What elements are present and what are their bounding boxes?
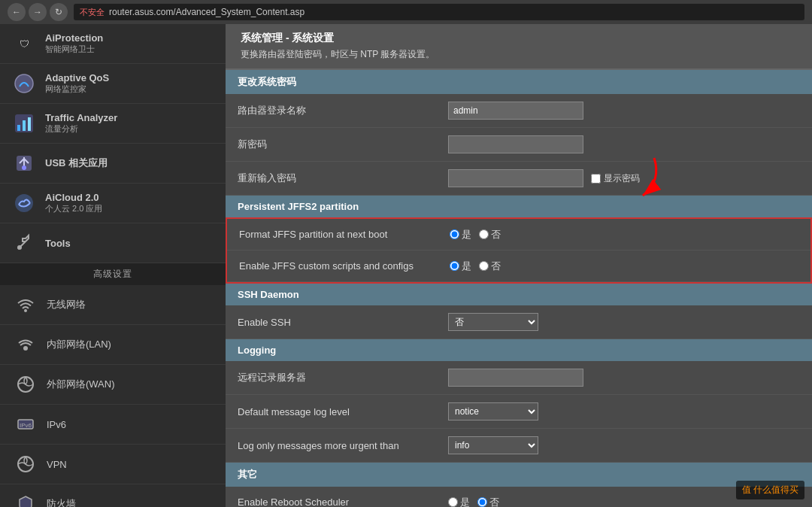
svg-point-7	[15, 194, 33, 212]
reboot-scheduler-label: Enable Reboot Scheduler	[238, 496, 448, 507]
remote-log-server-row: 远程记录服务器	[226, 361, 812, 395]
enable-ssh-select[interactable]: 否 是	[448, 313, 538, 331]
retype-password-label: 重新输入密码	[238, 172, 448, 185]
retype-password-control: 显示密码	[448, 169, 640, 187]
wireless-icon	[15, 294, 36, 315]
vpn-label: VPN	[47, 459, 67, 470]
enable-jffs-yes-radio[interactable]	[450, 261, 459, 271]
router-login-name-control	[448, 102, 583, 120]
format-jffs-yes-label[interactable]: 是	[450, 228, 471, 241]
reload-button[interactable]: ↻	[50, 3, 68, 21]
wan-icon	[15, 374, 36, 395]
enable-jffs-scripts-control: 是 否	[450, 260, 501, 273]
enable-jffs-scripts-label: Enable JFFS custom scripts and configs	[239, 260, 450, 272]
svg-point-10	[23, 346, 28, 351]
forward-button[interactable]: →	[29, 3, 47, 21]
enable-jffs-yes-text: 是	[462, 260, 471, 273]
router-login-name-input[interactable]	[448, 102, 583, 120]
ai-protection-sub: 智能网络卫士	[45, 44, 103, 55]
router-login-name-label: 路由器登录名称	[238, 104, 448, 117]
reboot-no-text: 否	[489, 496, 499, 508]
enable-ssh-control: 否 是	[448, 313, 538, 331]
new-password-control	[448, 135, 583, 153]
reboot-no-radio[interactable]	[477, 497, 487, 507]
usb-apps-label: USB 相关应用	[45, 156, 108, 170]
remote-log-server-input[interactable]	[448, 369, 583, 387]
enable-jffs-no-text: 否	[491, 260, 501, 273]
jffs-highlighted-content: Format JFFS partition at next boot 是 否	[226, 217, 812, 284]
sidebar-item-wireless[interactable]: 无线网络	[0, 285, 226, 325]
urgent-log-level-select[interactable]: info debug notice warning error	[448, 436, 538, 454]
nav-buttons: ← → ↻	[8, 3, 68, 21]
jffs-header: Persistent JFFS2 partition	[226, 196, 812, 217]
format-jffs-label: Format JFFS partition at next boot	[239, 229, 450, 240]
enable-jffs-no-label[interactable]: 否	[479, 260, 501, 273]
firewall-icon	[15, 493, 36, 507]
adaptive-qos-icon	[12, 71, 36, 96]
enable-jffs-no-radio[interactable]	[479, 261, 489, 271]
svg-rect-2	[17, 125, 20, 131]
reboot-scheduler-control: 是 否	[448, 496, 499, 508]
ipv6-icon: IPv6	[15, 414, 36, 435]
page-desc: 更换路由器登陆密码，时区与 NTP 服务器设置。	[241, 48, 797, 61]
sidebar-item-aicloud[interactable]: AiCloud 2.0 个人云 2.0 应用	[0, 184, 226, 223]
urgent-log-level-row: Log only messages more urgent than info …	[226, 429, 812, 463]
format-jffs-no-label[interactable]: 否	[479, 228, 501, 241]
retype-password-input[interactable]	[448, 169, 583, 187]
router-login-name-row: 路由器登录名称	[226, 94, 812, 128]
sidebar-item-traffic-analyzer[interactable]: Traffic Analyzer 流量分析	[0, 104, 226, 144]
sidebar-item-vpn[interactable]: VPN	[0, 445, 226, 484]
advanced-section-header: 高级设置	[0, 263, 226, 285]
back-button[interactable]: ←	[8, 3, 26, 21]
default-log-level-row: Default message log level notice debug i…	[226, 395, 812, 429]
show-password-checkbox[interactable]	[591, 174, 601, 184]
page-title: 系统管理 - 系统设置	[241, 32, 797, 45]
new-password-input[interactable]	[448, 135, 583, 153]
sidebar-item-lan[interactable]: 内部网络(LAN)	[0, 325, 226, 365]
reboot-scheduler-row: Enable Reboot Scheduler 是 否	[226, 487, 812, 507]
format-jffs-no-radio[interactable]	[479, 229, 489, 239]
reboot-yes-radio[interactable]	[448, 497, 458, 507]
insecure-badge: 不安全	[80, 7, 105, 18]
firewall-label: 防火墙	[47, 497, 76, 507]
format-jffs-yes-radio[interactable]	[450, 229, 459, 239]
address-bar[interactable]: 不安全 router.asus.com/Advanced_System_Cont…	[74, 4, 804, 20]
change-password-section: 更改系统密码 路由器登录名称 新密码 重新输入密码	[226, 70, 812, 196]
new-password-row: 新密码	[226, 128, 812, 162]
wireless-label: 无线网络	[47, 298, 86, 311]
svg-rect-4	[28, 117, 31, 131]
enable-ssh-label: Enable SSH	[238, 317, 448, 328]
sidebar-item-ipv6[interactable]: IPv6 IPv6	[0, 405, 226, 445]
reboot-no-label[interactable]: 否	[477, 496, 499, 508]
url-text: router.asus.com/Advanced_System_Content.…	[109, 7, 304, 17]
sidebar-item-usb-apps[interactable]: USB 相关应用	[0, 144, 226, 184]
sidebar-item-adaptive-qos[interactable]: Adaptive QoS 网络监控家	[0, 64, 226, 104]
sidebar-item-ai-protection[interactable]: 🛡 AiProtection 智能网络卫士	[0, 24, 226, 64]
adaptive-qos-label: Adaptive QoS	[45, 72, 109, 83]
ipv6-label: IPv6	[47, 419, 66, 430]
logging-header: Logging	[226, 339, 812, 361]
sidebar-item-firewall[interactable]: 防火墙	[0, 484, 226, 507]
sidebar-item-tools[interactable]: Tools	[0, 223, 226, 263]
aicloud-label: AiCloud 2.0	[45, 192, 102, 203]
sidebar-item-wan[interactable]: 外部网络(WAN)	[0, 365, 226, 405]
content-area: 系统管理 - 系统设置 更换路由器登陆密码，时区与 NTP 服务器设置。 更改系…	[226, 24, 812, 507]
format-jffs-row: Format JFFS partition at next boot 是 否	[227, 219, 810, 250]
default-log-level-label: Default message log level	[238, 406, 448, 417]
misc-section: 其它 Enable Reboot Scheduler 是 否	[226, 463, 812, 507]
default-log-level-select[interactable]: notice debug info warning error	[448, 402, 538, 420]
enable-jffs-yes-label[interactable]: 是	[450, 260, 471, 273]
jffs-section: Persistent JFFS2 partition Format JFFS p…	[226, 196, 812, 284]
default-log-level-control: notice debug info warning error	[448, 402, 538, 420]
urgent-log-level-label: Log only messages more urgent than	[238, 440, 448, 451]
traffic-analyzer-label: Traffic Analyzer	[45, 112, 117, 123]
traffic-analyzer-sub: 流量分析	[45, 123, 117, 135]
show-password-label[interactable]: 显示密码	[591, 172, 640, 185]
usb-apps-icon	[12, 151, 36, 175]
svg-rect-3	[23, 120, 26, 131]
enable-jffs-scripts-row: Enable JFFS custom scripts and configs 是…	[227, 250, 810, 282]
format-jffs-no-text: 否	[491, 228, 501, 241]
traffic-analyzer-icon	[12, 111, 36, 135]
enable-ssh-row: Enable SSH 否 是	[226, 305, 812, 339]
reboot-yes-label[interactable]: 是	[448, 496, 470, 508]
